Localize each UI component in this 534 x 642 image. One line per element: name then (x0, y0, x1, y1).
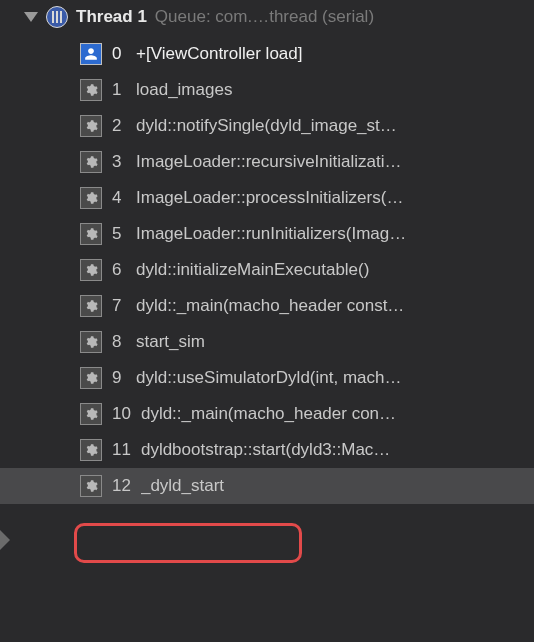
frame-label: load_images (136, 80, 232, 100)
stack-frame-row[interactable]: 6 dyld::initializeMainExecutable() (0, 252, 534, 288)
gear-icon (80, 151, 102, 173)
frame-number: 8 (112, 332, 126, 352)
frame-number: 6 (112, 260, 126, 280)
gear-icon (80, 331, 102, 353)
thread-title: Thread 1 (76, 7, 147, 27)
frame-number: 9 (112, 368, 126, 388)
stack-frame-row[interactable]: 3 ImageLoader::recursiveInitializati… (0, 144, 534, 180)
gear-icon (80, 187, 102, 209)
frame-label: dyld::useSimulatorDyld(int, mach… (136, 368, 401, 388)
stack-frame-row[interactable]: 8 start_sim (0, 324, 534, 360)
stack-frame-row[interactable]: 7 dyld::_main(macho_header const… (0, 288, 534, 324)
annotation-highlight-box (74, 523, 302, 563)
stack-frame-row[interactable]: 4 ImageLoader::processInitializers(… (0, 180, 534, 216)
frame-number: 2 (112, 116, 126, 136)
gear-icon (80, 367, 102, 389)
stack-frame-list: 0 +[ViewController load] 1 load_images 2… (0, 34, 534, 504)
frame-label: dyld::notifySingle(dyld_image_st… (136, 116, 397, 136)
gear-icon (80, 295, 102, 317)
frame-label: dyld::_main(macho_header con… (141, 404, 396, 424)
gear-icon (80, 223, 102, 245)
gear-icon (80, 259, 102, 281)
current-frame-indicator-icon (0, 530, 10, 550)
frame-number: 12 (112, 476, 131, 496)
stack-frame-row[interactable]: 10 dyld::_main(macho_header con… (0, 396, 534, 432)
frame-number: 0 (112, 44, 126, 64)
stack-frame-row[interactable]: 11 dyldbootstrap::start(dyld3::Mac… (0, 432, 534, 468)
frame-label: ImageLoader::runInitializers(Imag… (136, 224, 406, 244)
frame-label: dyld::initializeMainExecutable() (136, 260, 369, 280)
disclosure-triangle-icon[interactable] (24, 12, 38, 22)
user-frame-icon (80, 43, 102, 65)
frame-label: start_sim (136, 332, 205, 352)
frame-number: 10 (112, 404, 131, 424)
frame-label: _dyld_start (141, 476, 224, 496)
frame-label: dyld::_main(macho_header const… (136, 296, 404, 316)
stack-frame-row[interactable]: 1 load_images (0, 72, 534, 108)
stack-frame-row[interactable]: 9 dyld::useSimulatorDyld(int, mach… (0, 360, 534, 396)
stack-frame-row[interactable]: 2 dyld::notifySingle(dyld_image_st… (0, 108, 534, 144)
thread-icon (46, 6, 68, 28)
frame-label: dyldbootstrap::start(dyld3::Mac… (141, 440, 390, 460)
frame-number: 5 (112, 224, 126, 244)
gear-icon (80, 439, 102, 461)
gear-icon (80, 115, 102, 137)
frame-label: ImageLoader::recursiveInitializati… (136, 152, 402, 172)
gear-icon (80, 403, 102, 425)
frame-number: 4 (112, 188, 126, 208)
stack-frame-row[interactable]: 5 ImageLoader::runInitializers(Imag… (0, 216, 534, 252)
stack-frame-row[interactable]: 12 _dyld_start (0, 468, 534, 504)
frame-label: ImageLoader::processInitializers(… (136, 188, 403, 208)
frame-label: +[ViewController load] (136, 44, 302, 64)
stack-frame-row[interactable]: 0 +[ViewController load] (0, 36, 534, 72)
gear-icon (80, 79, 102, 101)
gear-icon (80, 475, 102, 497)
frame-number: 7 (112, 296, 126, 316)
frame-number: 3 (112, 152, 126, 172)
thread-header[interactable]: Thread 1 Queue: com.…thread (serial) (0, 0, 534, 34)
frame-number: 1 (112, 80, 126, 100)
frame-number: 11 (112, 440, 131, 460)
thread-queue-label: Queue: com.…thread (serial) (155, 7, 374, 27)
